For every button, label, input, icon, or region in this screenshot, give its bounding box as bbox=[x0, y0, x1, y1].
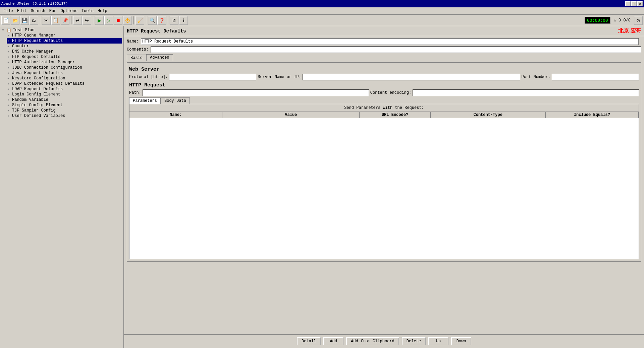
clear-button[interactable]: 🧹 bbox=[136, 16, 144, 25]
leaf-icon: ✦ bbox=[7, 33, 12, 38]
name-row: Name: bbox=[127, 38, 641, 45]
leaf-icon: ✦ bbox=[7, 103, 12, 107]
detail-button[interactable]: Detail bbox=[297, 337, 321, 345]
sep5 bbox=[146, 16, 146, 24]
tree-item-8[interactable]: ✦ Keystore Configuration bbox=[7, 76, 122, 81]
open-button[interactable]: 📂 bbox=[11, 16, 19, 25]
menu-file[interactable]: File bbox=[1, 8, 15, 14]
protocol-label: Protocol [http]: bbox=[129, 75, 168, 79]
toolbar: 📄 📂 💾 🗂 ✂ 📋 📌 ↩ ↪ ▶ ▷ ⏹ ⏻ 🧹 🔍 ❓ 🖥 ℹ 00:0… bbox=[0, 15, 644, 26]
search-button[interactable]: 🔍 bbox=[148, 16, 157, 25]
new-button[interactable]: 📄 bbox=[1, 16, 10, 25]
menu-edit[interactable]: Edit bbox=[15, 8, 29, 14]
tab-basic[interactable]: Basic bbox=[127, 55, 146, 61]
leaf-icon: ✦ bbox=[7, 60, 12, 64]
tree-item-9[interactable]: ✦ LDAP Extended Request Defaults bbox=[7, 81, 122, 86]
tree-item-testplan[interactable]: ▼ 📋 Test Plan bbox=[1, 27, 122, 33]
tree-item-3[interactable]: ✦ DNS Cache Manager bbox=[7, 49, 122, 54]
tree-item-2[interactable]: ✦ Counter bbox=[7, 44, 122, 49]
leaf-icon: ✦ bbox=[7, 109, 12, 113]
start-button[interactable]: ▶ bbox=[95, 16, 104, 25]
scroll-button[interactable]: ⊙ bbox=[634, 16, 643, 25]
tree-item-13[interactable]: ✦ Simple Config Element bbox=[7, 102, 122, 108]
params-section: Send Parameters With the Request: Name: … bbox=[129, 104, 639, 259]
tree-item-12[interactable]: ✦ Random Variable bbox=[7, 97, 122, 102]
window-controls: ─ □ ✕ bbox=[625, 1, 643, 6]
tree-root: ▼ 📋 Test Plan ✦ HTTP Cache Manager ✦ HTT… bbox=[1, 27, 122, 119]
down-button[interactable]: Down bbox=[451, 337, 471, 345]
start-no-pause-button[interactable]: ▷ bbox=[104, 16, 113, 25]
undo-button[interactable]: ↩ bbox=[73, 16, 82, 25]
col-header-value: Value bbox=[222, 112, 360, 118]
help-button[interactable]: ❓ bbox=[157, 16, 166, 25]
remote-button[interactable]: 🖥 bbox=[170, 16, 178, 25]
window-title: Apache JMeter (5.1.1 r1855137) bbox=[1, 2, 625, 6]
tree-item-4[interactable]: ✦ FTP Request Defaults bbox=[7, 54, 122, 60]
paste-button[interactable]: 📌 bbox=[61, 16, 69, 25]
tree-item-7[interactable]: ✦ Java Request Defaults bbox=[7, 70, 122, 76]
add-from-clipboard-button[interactable]: Add from Clipboard bbox=[346, 337, 399, 345]
save-button[interactable]: 💾 bbox=[20, 16, 29, 25]
tree-item-5[interactable]: ✦ HTTP Authorization Manager bbox=[7, 60, 122, 65]
tree-item-10[interactable]: ✦ LDAP Request Defaults bbox=[7, 86, 122, 92]
tab-basic-content: Web Server Protocol [http]: Server Name … bbox=[127, 62, 641, 262]
add-button[interactable]: Add bbox=[323, 337, 343, 345]
tab-parameters[interactable]: Parameters bbox=[129, 97, 161, 104]
leaf-icon: ✦ bbox=[7, 87, 12, 91]
leaf-icon: ✦ bbox=[7, 76, 12, 80]
tree-item-1[interactable]: ✦ HTTP Request Defaults bbox=[7, 38, 122, 44]
path-input[interactable] bbox=[143, 89, 369, 96]
name-input[interactable] bbox=[141, 38, 639, 45]
tab-advanced[interactable]: Advanced bbox=[146, 54, 173, 61]
testplan-icon: 📋 bbox=[7, 28, 12, 32]
saveall-button[interactable]: 🗂 bbox=[30, 16, 38, 25]
left-panel: ▼ 📋 Test Plan ✦ HTTP Cache Manager ✦ HTT… bbox=[0, 26, 124, 348]
leaf-icon: ✦ bbox=[7, 71, 12, 75]
minimize-button[interactable]: ─ bbox=[625, 1, 631, 6]
leaf-icon: ✦ bbox=[7, 98, 12, 102]
port-label: Port Number: bbox=[522, 75, 550, 79]
leaf-icon: ✦ bbox=[7, 66, 12, 70]
redo-button[interactable]: ↪ bbox=[83, 16, 91, 25]
shutdown-button[interactable]: ⏻ bbox=[123, 16, 132, 25]
port-input[interactable] bbox=[552, 74, 639, 80]
panel-brand: 北京-宏哥 bbox=[618, 27, 641, 34]
tab-body-data[interactable]: Body Data bbox=[161, 97, 190, 104]
tree-item-14[interactable]: ✦ TCP Sampler Config bbox=[7, 108, 122, 113]
col-header-equals: Include Equals? bbox=[546, 112, 639, 118]
menu-search[interactable]: Search bbox=[29, 8, 47, 14]
web-server-row: Protocol [http]: Server Name or IP: Port… bbox=[129, 74, 639, 80]
send-params-label: Send Parameters With the Request: bbox=[129, 104, 639, 112]
maximize-button[interactable]: □ bbox=[631, 1, 637, 6]
menu-run[interactable]: Run bbox=[47, 8, 59, 14]
tree-item-0[interactable]: ✦ HTTP Cache Manager bbox=[7, 33, 122, 38]
up-button[interactable]: Up bbox=[428, 337, 448, 345]
cut-button[interactable]: ✂ bbox=[42, 16, 51, 25]
delete-button[interactable]: Delete bbox=[402, 337, 426, 345]
protocol-input[interactable] bbox=[169, 74, 256, 80]
encoding-input[interactable] bbox=[413, 89, 639, 96]
menu-options[interactable]: Options bbox=[58, 8, 79, 14]
col-header-name: Name: bbox=[129, 112, 222, 118]
http-request-title: HTTP Request bbox=[129, 82, 639, 88]
server-input[interactable] bbox=[303, 74, 520, 80]
close-button[interactable]: ✕ bbox=[637, 1, 643, 6]
tree-item-11[interactable]: ✦ Login Config Element bbox=[7, 92, 122, 97]
comments-input[interactable] bbox=[151, 46, 641, 53]
copy-button[interactable]: 📋 bbox=[51, 16, 60, 25]
stop-button[interactable]: ⏹ bbox=[114, 16, 122, 25]
info-button[interactable]: ℹ bbox=[179, 16, 188, 25]
sep6 bbox=[168, 16, 168, 24]
params-header: Name: Value URL Encode? Content-Type Inc… bbox=[129, 112, 639, 118]
warning-badge: ⚠ 0 0/0 bbox=[612, 17, 632, 23]
menu-help[interactable]: Help bbox=[96, 8, 109, 14]
main-tabs: Basic Advanced bbox=[127, 54, 641, 61]
menu-tools[interactable]: Tools bbox=[79, 8, 96, 14]
path-row: Path: Content encoding: bbox=[129, 89, 639, 96]
tree-item-15[interactable]: ✦ User Defined Variables bbox=[7, 113, 122, 119]
leaf-icon: ✦ bbox=[7, 44, 12, 48]
toolbar-right: 00:00:00 ⚠ 0 0/0 ⊙ bbox=[585, 16, 643, 25]
tree-item-6[interactable]: ✦ JDBC Connection Configuration bbox=[7, 65, 122, 70]
col-header-encode: URL Encode? bbox=[360, 112, 430, 118]
leaf-icon: ✦ bbox=[7, 39, 12, 43]
